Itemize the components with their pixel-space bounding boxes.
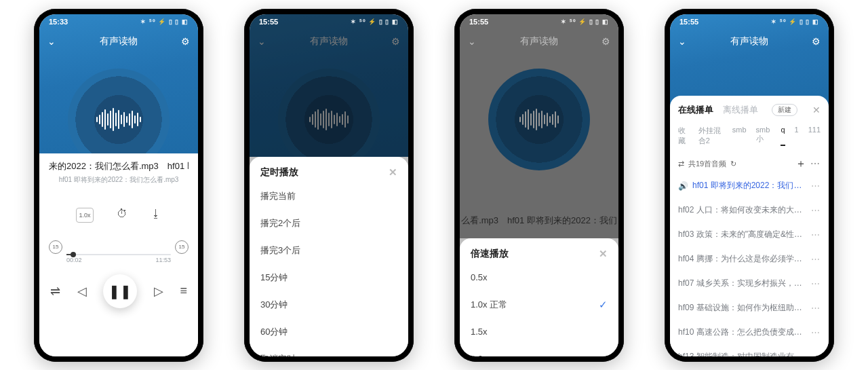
speed-option[interactable]: 1.0x 正常✓ <box>471 291 608 318</box>
track-more-icon[interactable]: ⋯ <box>811 352 821 356</box>
now-playing-sub: hf01 即将到来的2022：我们怎么看.mp3 <box>49 175 189 185</box>
tab-offline[interactable]: 离线播单 <box>723 104 758 116</box>
status-time: 15:55 <box>679 18 698 26</box>
track-more-icon[interactable]: ⋯ <box>811 327 821 337</box>
timer-option[interactable]: 60分钟 <box>260 318 397 346</box>
seek-elapsed: 00:02 <box>66 257 82 263</box>
speed-option[interactable]: 2.0x <box>471 346 608 356</box>
timer-sheet: 定时播放 ✕ 播完当前播完2个后播完3个后15分钟30分钟60分钟取消定时 <box>250 157 408 356</box>
sheet-title: 倍速播放 <box>471 248 509 260</box>
track-row[interactable]: hf09 基础设施：如何作为枢纽助力城乡…⋯ <box>678 296 821 320</box>
status-icons: ✶ ⁵⁰ ⚡ ▯ ▯ ◧ <box>351 18 399 25</box>
track-more-icon[interactable]: ⋯ <box>811 254 821 264</box>
now-playing-title: 来的2022：我们怎么看.mp3 hf01 即将到 <box>49 160 189 172</box>
timer-option[interactable]: 播完当前 <box>260 183 397 210</box>
add-icon[interactable]: ＋ <box>795 157 806 171</box>
status-time: 15:33 <box>49 18 68 26</box>
track-more-icon[interactable]: ⋯ <box>811 205 821 215</box>
seek-thumb[interactable] <box>71 252 76 257</box>
now-playing-title: 么看.mp3 hf01 即将到来的2022：我们 <box>460 215 618 227</box>
playlist-category[interactable]: 外挂混合2 <box>698 126 723 146</box>
shuffle-icon[interactable]: ⇄ <box>678 160 684 168</box>
player-body: 来的2022：我们怎么看.mp3 hf01 即将到 hf01 即将到来的2022… <box>39 153 198 356</box>
gear-icon[interactable]: ⚙ <box>179 36 190 47</box>
speed-sheet: 倍速播放 ✕ 0.5x1.0x 正常✓1.5x2.0x <box>460 238 618 356</box>
speaker-icon: 🔊 <box>678 181 688 191</box>
page-title: 有声读物 <box>486 35 593 48</box>
track-row[interactable]: hf10 高速公路：怎么把负债变成资产？…⋯ <box>678 320 821 345</box>
gear-icon[interactable]: ⚙ <box>389 36 400 47</box>
track-more-icon[interactable]: ⋯ <box>811 181 821 191</box>
playlist-category[interactable]: 111 <box>808 126 821 146</box>
prev-track-icon[interactable]: ◁ <box>77 284 87 299</box>
timer-option[interactable]: 30分钟 <box>260 291 397 318</box>
new-playlist-button[interactable]: 新建 <box>772 104 797 116</box>
playlist-icon[interactable]: ≡ <box>180 284 187 298</box>
download-icon[interactable]: ⭳ <box>151 208 161 223</box>
collapse-icon[interactable]: ⌄ <box>258 36 269 47</box>
status-time: 15:55 <box>469 18 488 26</box>
phone-playlist: 15:55 ✶ ⁵⁰ ⚡ ▯ ▯ ◧ ⌄ 有声读物 ⚙ 在线播单 离线播单 新建… <box>665 9 834 362</box>
repeat-icon[interactable]: ⇌ <box>50 284 60 299</box>
sleep-timer-icon[interactable]: ⏱ <box>117 208 127 223</box>
more-icon[interactable]: ⋯ <box>810 158 821 169</box>
playlist-category[interactable]: q <box>781 126 785 146</box>
collapse-icon[interactable]: ⌄ <box>47 36 58 47</box>
speed-option[interactable]: 0.5x <box>471 264 608 291</box>
status-icons: ✶ ⁵⁰ ⚡ ▯ ▯ ◧ <box>561 18 609 25</box>
phone-speed-sheet: 15:55 ✶ ⁵⁰ ⚡ ▯ ▯ ◧ ⌄ 有声读物 ⚙ 么看.mp3 hf01 … <box>454 9 624 362</box>
next-track-icon[interactable]: ▷ <box>154 284 163 299</box>
status-bar: 15:55 ✶ ⁵⁰ ⚡ ▯ ▯ ◧ <box>460 14 618 29</box>
seek-total: 11:53 <box>155 257 171 263</box>
phone-player: 15:33 ✶ ⁵⁰ ⚡ ▯ ▯ ◧ ⌄ 有声读物 ⚙ 来的20 <box>34 9 203 362</box>
collapse-icon[interactable]: ⌄ <box>678 36 689 47</box>
gear-icon[interactable]: ⚙ <box>810 36 821 47</box>
track-row[interactable]: hf07 城乡关系：实现乡村振兴，有什么…⋯ <box>678 272 821 296</box>
sheet-title: 定时播放 <box>260 166 298 179</box>
timer-option[interactable]: 取消定时 <box>260 346 397 356</box>
playlist-category[interactable]: smb <box>732 126 747 146</box>
track-row[interactable]: hf13 智能制造：对中国制造业有哪些好…⋯ <box>678 345 821 356</box>
gear-icon[interactable]: ⚙ <box>599 36 610 47</box>
track-row[interactable]: 🔊hf01 即将到来的2022：我们怎么看…⋯ <box>678 174 821 198</box>
collapse-icon[interactable]: ⌄ <box>468 36 479 47</box>
seek-bar[interactable]: 15 15 00:02 11:53 <box>49 240 189 263</box>
playlist-category[interactable]: 1 <box>795 126 799 146</box>
status-time: 15:55 <box>259 18 278 26</box>
close-icon[interactable]: ✕ <box>599 248 608 260</box>
check-icon: ✓ <box>599 299 608 311</box>
speed-button[interactable]: 1.0x <box>76 208 94 223</box>
refresh-icon[interactable]: ↻ <box>730 160 736 168</box>
track-row[interactable]: hf02 人口：将如何改变未来的大趋势？…⋯ <box>678 198 821 223</box>
playlist-panel: 在线播单 离线播单 新建 ✕ 收藏外挂混合2smbsmb小q1111 ⇄ 共19… <box>670 96 829 356</box>
track-count: 共19首音频 <box>688 159 726 169</box>
status-bar: 15:55 ✶ ⁵⁰ ⚡ ▯ ▯ ◧ <box>250 14 408 29</box>
track-row[interactable]: hf04 腾挪：为什么这是你必须学会的生…⋯ <box>678 247 821 272</box>
skip-forward-15-icon[interactable]: 15 <box>175 240 189 254</box>
playlist-category[interactable]: 收藏 <box>678 126 689 146</box>
track-row[interactable]: hf03 政策：未来的"高度确定&性&"在哪…⋯ <box>678 223 821 247</box>
close-icon[interactable]: ✕ <box>812 105 821 115</box>
status-icons: ✶ ⁵⁰ ⚡ ▯ ▯ ◧ <box>771 18 819 25</box>
phone-timer-sheet: 15:55 ✶ ⁵⁰ ⚡ ▯ ▯ ◧ ⌄ 有声读物 ⚙ 定时播放 ✕ 播完当前播… <box>244 9 414 362</box>
timer-option[interactable]: 播完2个后 <box>260 210 397 237</box>
tab-online[interactable]: 在线播单 <box>678 104 713 116</box>
timer-option[interactable]: 播完3个后 <box>260 237 397 264</box>
page-title: 有声读物 <box>65 35 172 48</box>
status-bar: 15:55 ✶ ⁵⁰ ⚡ ▯ ▯ ◧ <box>670 14 829 29</box>
page-title: 有声读物 <box>696 35 803 48</box>
close-icon[interactable]: ✕ <box>389 166 397 179</box>
status-bar: 15:33 ✶ ⁵⁰ ⚡ ▯ ▯ ◧ <box>39 14 198 29</box>
timer-option[interactable]: 15分钟 <box>260 264 397 291</box>
speed-option[interactable]: 1.5x <box>471 318 608 346</box>
playlist-category[interactable]: smb小 <box>756 126 772 146</box>
track-more-icon[interactable]: ⋯ <box>811 303 821 313</box>
track-more-icon[interactable]: ⋯ <box>811 229 821 240</box>
status-icons: ✶ ⁵⁰ ⚡ ▯ ▯ ◧ <box>140 18 189 25</box>
track-more-icon[interactable]: ⋯ <box>811 278 821 289</box>
page-title: 有声读物 <box>275 35 382 48</box>
pause-button[interactable]: ❚❚ <box>103 274 137 308</box>
skip-back-15-icon[interactable]: 15 <box>49 240 62 254</box>
